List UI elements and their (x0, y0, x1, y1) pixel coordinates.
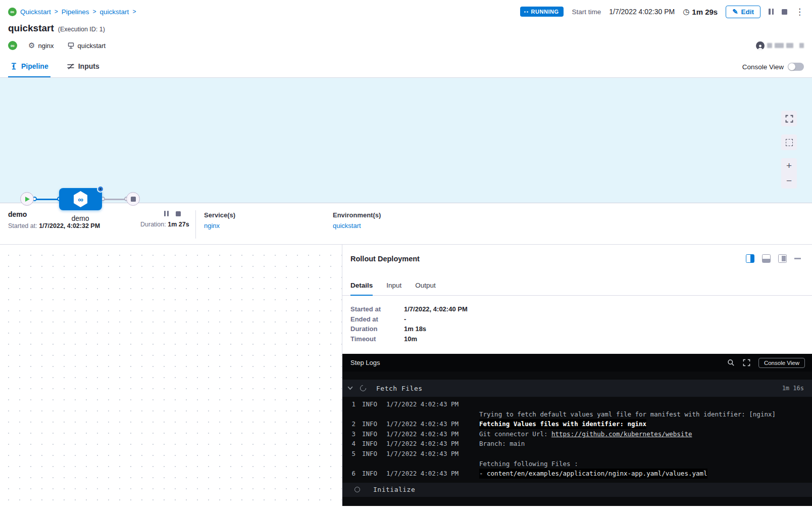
layout-bottom-panel-button[interactable] (762, 254, 771, 263)
zoom-in-button[interactable]: + (781, 158, 797, 173)
log-line: 3INFO1/7/2022 4:02:43 PMGit connector Ur… (346, 429, 812, 439)
console-view-button[interactable]: Console View (758, 358, 805, 368)
started-at-value: 1/7/2022, 4:02:32 PM (39, 222, 100, 229)
section-name: Fetch Files (376, 385, 423, 392)
pipeline-end-node (126, 192, 140, 206)
breadcrumb-link-pipelines[interactable]: Pipelines (62, 8, 89, 16)
stage-summary-bar: demo Started at: 1/7/2022, 4:02:32 PM Du… (0, 203, 812, 245)
fullscreen-icon (785, 115, 793, 123)
detail-row: Timeout 10m (350, 334, 804, 344)
pause-stage-button[interactable] (164, 211, 169, 216)
log-line: Fetching following Files : (346, 459, 812, 469)
breadcrumb-separator: > (132, 8, 136, 15)
console-view-toggle[interactable] (788, 63, 804, 71)
redacted-text (767, 43, 772, 48)
environment-icon (67, 42, 75, 50)
section-spinner-icon (359, 384, 368, 393)
abort-stage-button[interactable] (176, 211, 181, 216)
gear-icon: ⚙ (28, 41, 35, 50)
running-dots-icon (524, 11, 528, 13)
environments-label: Environment(s) (333, 211, 462, 219)
edit-button[interactable]: ✎ Edit (726, 6, 760, 18)
redacted-text (799, 43, 804, 48)
console-view-label: Console View (742, 63, 784, 71)
detail-label: Duration (350, 324, 404, 334)
log-line: Trying to fetch default values yaml file… (346, 409, 812, 420)
stop-icon (176, 211, 181, 216)
inputs-icon (67, 62, 75, 70)
step-panel-tabs: Details Input Output (342, 272, 812, 296)
step-logs-title: Step Logs (350, 359, 380, 366)
stage-running-badge (98, 187, 103, 192)
breadcrumb-link-pipeline[interactable]: quickstart (100, 8, 129, 16)
search-icon (727, 359, 735, 366)
tab-details[interactable]: Details (350, 282, 373, 296)
chevron-down-icon (347, 386, 353, 390)
detail-value: 1/7/2022, 4:02:40 PM (404, 304, 468, 314)
layout-right-panel-button[interactable] (746, 254, 754, 263)
log-lines: 1INFO1/7/2022 4:02:43 PMTrying to fetch … (342, 397, 812, 479)
section-name: Initialize (373, 486, 415, 493)
duration-label: Duration: (140, 221, 166, 228)
log-expand-button[interactable] (743, 359, 750, 366)
log-link[interactable]: https://github.com/kubernetes/website (551, 430, 692, 438)
section-pending-icon (354, 487, 360, 492)
environment-tag: quickstart (67, 42, 106, 50)
cd-module-icon: ∞ (8, 8, 17, 16)
step-details: Started at 1/7/2022, 4:02:40 PM Ended at… (342, 296, 812, 354)
redacted-text (775, 43, 784, 48)
breadcrumb: ∞ Quickstart > Pipelines > quickstart > (8, 8, 136, 16)
pipeline-icon (10, 62, 18, 70)
log-line: 6INFO1/7/2022 4:02:43 PM- content/en/exa… (346, 469, 812, 479)
start-time-value: 1/7/2022 4:02:30 PM (609, 8, 675, 16)
page-header: ∞ Quickstart > Pipelines > quickstart > … (0, 0, 812, 51)
detail-row: Ended at - (350, 314, 804, 325)
redacted-text (786, 43, 793, 48)
service-link[interactable]: nginx (204, 222, 333, 229)
user-info (756, 41, 804, 50)
pause-icon (769, 9, 774, 15)
cd-module-icon: ∞ (8, 41, 17, 50)
fullscreen-button[interactable] (781, 111, 797, 126)
stage-node-demo[interactable]: ∞ (59, 188, 102, 210)
pause-execution-button[interactable] (769, 9, 774, 15)
service-tag: ⚙ nginx (28, 41, 54, 50)
status-badge: RUNNING (520, 7, 564, 17)
log-section-initialize[interactable]: Initialize (342, 483, 812, 497)
log-line: 5INFO1/7/2022 4:02:43 PM (346, 449, 812, 459)
breadcrumb-separator: > (93, 8, 96, 15)
end-icon (131, 197, 136, 202)
breadcrumb-link-quickstart[interactable]: Quickstart (20, 8, 51, 16)
step-logs-console: Step Logs Console View (342, 354, 812, 506)
detail-row: Started at 1/7/2022, 4:02:40 PM (350, 304, 804, 314)
abort-execution-button[interactable] (782, 9, 787, 15)
zoom-out-button[interactable]: − (781, 173, 797, 189)
log-line: 1INFO1/7/2022 4:02:43 PM (346, 399, 812, 409)
log-search-button[interactable] (727, 359, 735, 366)
detail-row: Duration 1m 18s (350, 324, 804, 334)
pause-icon (164, 211, 169, 216)
detail-value: 10m (404, 334, 417, 344)
tab-pipeline[interactable]: Pipeline (8, 56, 50, 77)
execution-graph-canvas: ⚙ Service Infrastructure Resource Constr… (0, 245, 342, 506)
tab-inputs[interactable]: Inputs (65, 56, 102, 77)
tab-input[interactable]: Input (386, 282, 401, 296)
view-tabbar: Pipeline Inputs Console View (0, 56, 812, 78)
detail-value: - (404, 314, 406, 325)
expand-icon (743, 359, 750, 366)
services-label: Service(s) (204, 211, 333, 219)
connector-line (34, 199, 60, 200)
more-options-button[interactable]: ⋮ (795, 8, 804, 16)
marquee-select-button[interactable] (781, 134, 797, 150)
avatar (756, 41, 765, 50)
started-at-label: Started at: (8, 222, 37, 229)
step-details-panel: Rollout Deployment Details Input Output … (342, 245, 812, 506)
tab-output[interactable]: Output (415, 282, 436, 296)
log-section-fetch-files[interactable]: Fetch Files 1m 16s (342, 380, 812, 397)
clock-icon: ◷ (683, 7, 689, 16)
minimize-panel-button[interactable] (794, 258, 801, 259)
detail-label: Started at (350, 304, 404, 314)
layout-floating-panel-button[interactable] (778, 254, 787, 263)
detail-value: 1m 18s (404, 324, 426, 334)
environment-link[interactable]: quickstart (333, 222, 462, 229)
